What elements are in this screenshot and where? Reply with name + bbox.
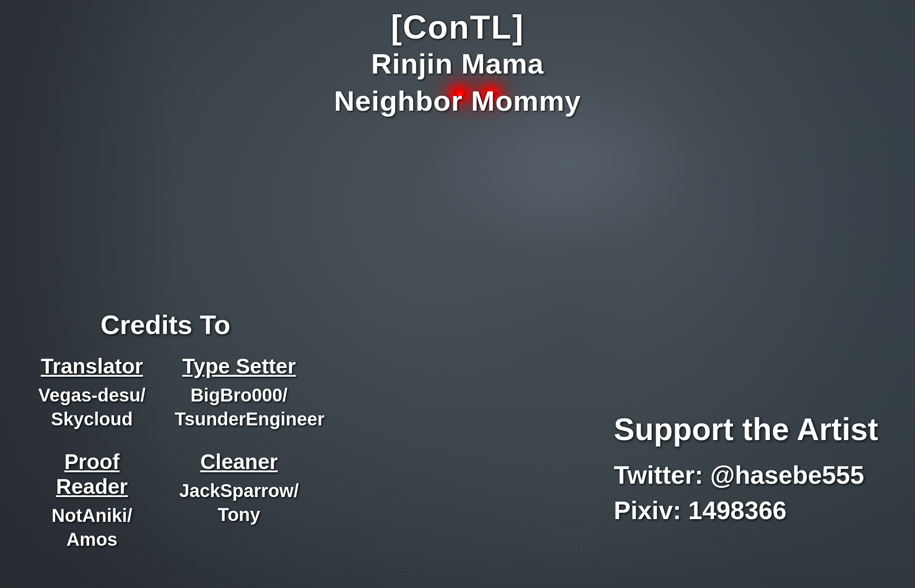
credits-section: Credits To Translator Vegas-desu/Skyclou…: [28, 309, 303, 551]
series-title: [ConTL]: [0, 9, 915, 45]
proofreader-column: Proof Reader NotAniki/Amos: [28, 449, 156, 551]
twitter-handle: Twitter: @hasebe555: [614, 458, 878, 493]
cleaner-column: Cleaner JackSparrow/Tony: [175, 449, 303, 551]
pixiv-id: Pixiv: 1498366: [614, 493, 878, 528]
top-title-area: [ConTL] Rinjin Mama Neighbor Mommy: [0, 0, 915, 119]
typesetter-role-label: Type Setter: [175, 354, 303, 379]
support-title: Support the Artist: [614, 411, 878, 448]
proofreader-names: NotAniki/Amos: [28, 503, 156, 551]
manga-title-line2: Neighbor Mommy: [0, 83, 915, 120]
translator-role-label: Translator: [28, 354, 156, 379]
cleaner-role-label: Cleaner: [175, 449, 303, 474]
credits-grid: Translator Vegas-desu/Skycloud Type Sett…: [28, 354, 303, 551]
support-section: Support the Artist Twitter: @hasebe555 P…: [614, 411, 878, 528]
translator-column: Translator Vegas-desu/Skycloud: [28, 354, 156, 431]
typesetter-column: Type Setter BigBro000/TsunderEngineer: [175, 354, 303, 431]
translator-names: Vegas-desu/Skycloud: [28, 383, 156, 431]
main-content: [ConTL] Rinjin Mama Neighbor Mommy Credi…: [0, 0, 915, 588]
proofreader-role-label: Proof Reader: [28, 449, 156, 499]
cleaner-names: JackSparrow/Tony: [175, 479, 303, 526]
typesetter-names: BigBro000/TsunderEngineer: [175, 383, 303, 431]
manga-title-line1: Rinjin Mama: [0, 45, 915, 83]
credits-heading: Credits To: [28, 309, 303, 340]
